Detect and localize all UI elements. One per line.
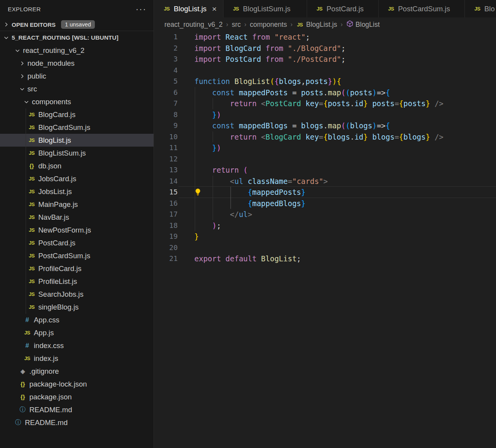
line-number-9[interactable]: 9 — [154, 120, 178, 131]
tab-postcardsum-js[interactable]: JSPostCardSum.js — [379, 0, 465, 18]
line-number-3[interactable]: 3 — [154, 54, 178, 65]
file-item-postcard-js[interactable]: JSPostCard.js — [0, 236, 154, 249]
code-line-3[interactable]: import PostCard from "./PostCard"; — [194, 54, 496, 65]
line-number-11[interactable]: 11 — [154, 142, 178, 154]
code-line-11[interactable]: }) — [194, 142, 496, 154]
folder-item-node-modules[interactable]: node_modules — [0, 57, 154, 70]
line-number-17[interactable]: 17 — [154, 209, 178, 220]
line-number-12[interactable]: 12 — [154, 154, 178, 165]
open-editors-section[interactable]: OPEN EDITORS 1 unsaved — [0, 18, 154, 31]
line-number-18[interactable]: 18 — [154, 220, 178, 231]
line-number-15[interactable]: 15 — [154, 187, 178, 198]
item-label: BlogListSum.js — [38, 149, 86, 158]
folder-item-public[interactable]: public — [0, 70, 154, 82]
line-number-6[interactable]: 6 — [154, 87, 178, 98]
folder-item-src[interactable]: src — [0, 82, 154, 95]
code-line-15[interactable]: {mappedPosts} — [194, 187, 496, 198]
code-line-6[interactable]: const mappedPosts = posts.map((posts)=>{ — [194, 87, 496, 98]
line-number-10[interactable]: 10 — [154, 131, 178, 143]
code-line-4[interactable] — [194, 65, 496, 76]
tab-blo[interactable]: JSBlo — [465, 0, 496, 18]
folder-item-components[interactable]: components — [0, 95, 154, 108]
chevron-down-icon[interactable] — [23, 99, 30, 105]
file-item-blogcard-js[interactable]: JSBlogCard.js — [0, 108, 154, 121]
line-number-5[interactable]: 5 — [154, 76, 178, 87]
file-item-postcardsum-js[interactable]: JSPostCardSum.js — [0, 249, 154, 262]
tab-postcard-js[interactable]: JSPostCard.js — [307, 0, 379, 18]
tab-bloglist-js[interactable]: JSBlogList.js× — [154, 0, 224, 18]
chevron-down-icon[interactable] — [19, 86, 25, 92]
breadcrumb-item-bloglist[interactable]: BlogList — [346, 20, 380, 29]
line-number-2[interactable]: 2 — [154, 43, 178, 54]
line-number-8[interactable]: 8 — [154, 109, 178, 121]
code-line-5[interactable]: function BlogList({blogs,posts}){ — [194, 76, 496, 87]
chevron-down-icon[interactable] — [14, 47, 21, 54]
code-line-12[interactable] — [194, 154, 496, 165]
code-editor[interactable]: 123456789101112131415161718192021 import… — [154, 32, 496, 448]
file-item-profilelist-js[interactable]: JSProfileList.js — [0, 275, 154, 288]
file-item-jobscard-js[interactable]: JSJobsCard.js — [0, 172, 154, 185]
file-item-searchjobs-js[interactable]: JSSearchJobs.js — [0, 288, 154, 301]
code-line-9[interactable]: const mappedBlogs = blogs.map((blogs)=>{ — [194, 120, 496, 131]
chevron-right-icon[interactable] — [19, 73, 25, 79]
tab-bloglistsum-js[interactable]: JSBlogListSum.js — [224, 0, 307, 18]
tab-bar: JSBlogList.js×JSBlogListSum.jsJSPostCard… — [154, 0, 496, 18]
code-line-2[interactable]: import BlogCard from "./BlogCard"; — [194, 43, 496, 54]
code-line-8[interactable]: }) — [194, 109, 496, 121]
breadcrumb-item-react-routing-v6-2[interactable]: react_routing_v6_2 — [164, 21, 223, 29]
item-label: components — [32, 98, 71, 106]
line-number-1[interactable]: 1 — [154, 32, 178, 43]
file-item-readme-md[interactable]: ⓘREADME.md — [0, 416, 154, 429]
close-icon[interactable]: × — [212, 5, 217, 13]
code-line-19[interactable]: } — [194, 231, 496, 242]
item-label: NavBar.js — [38, 213, 69, 222]
line-number-4[interactable]: 4 — [154, 65, 178, 76]
code-line-7[interactable]: return <PostCard key={posts.id} posts={p… — [194, 98, 496, 109]
item-label: App.css — [34, 316, 59, 324]
line-number-21[interactable]: 21 — [154, 253, 178, 264]
file-item-package-lock-json[interactable]: {}package-lock.json — [0, 378, 154, 390]
file-item-readme-md[interactable]: ⓘREADME.md — [0, 403, 154, 416]
code-line-18[interactable]: ); — [194, 220, 496, 231]
file-item-newpostform-js[interactable]: JSNewPostForm.js — [0, 224, 154, 236]
file-item-app-css[interactable]: #App.css — [0, 313, 154, 326]
folder-item-react-routing-v6-2[interactable]: react_routing_v6_2 — [0, 44, 154, 57]
workspace-root-section[interactable]: 5_REACT_ROUTING [WSL: UBUNTU] — [0, 31, 154, 44]
line-number-13[interactable]: 13 — [154, 164, 178, 176]
file-item-navbar-js[interactable]: JSNavBar.js — [0, 211, 154, 224]
chevron-right-icon[interactable] — [19, 60, 25, 66]
code-line-21[interactable]: export default BlogList; — [194, 253, 496, 264]
breadcrumb-item-components[interactable]: components — [250, 21, 287, 29]
file-item-index-css[interactable]: #index.css — [0, 339, 154, 352]
line-number-14[interactable]: 14 — [154, 176, 178, 187]
code-line-16[interactable]: {mappedBlogs} — [194, 198, 496, 209]
lightbulb-icon[interactable] — [194, 188, 202, 196]
breadcrumb-item-src[interactable]: src — [232, 21, 241, 29]
file-item-index-js[interactable]: JSindex.js — [0, 352, 154, 365]
editor-gutter: 123456789101112131415161718192021 — [154, 32, 178, 264]
code-line-17[interactable]: </ul> — [194, 209, 496, 220]
file-item-app-js[interactable]: JSApp.js — [0, 326, 154, 339]
code-line-14[interactable]: <ul className="cards"> — [194, 176, 496, 187]
file-item-bloglistsum-js[interactable]: JSBlogListSum.js — [0, 147, 154, 159]
file-item-profilecard-js[interactable]: JSProfileCard.js — [0, 262, 154, 275]
breadcrumb-separator: › — [226, 21, 228, 28]
code-line-20[interactable] — [194, 242, 496, 254]
line-number-20[interactable]: 20 — [154, 242, 178, 254]
line-number-16[interactable]: 16 — [154, 198, 178, 209]
file-item-mainpage-js[interactable]: JSMainPage.js — [0, 198, 154, 211]
line-number-7[interactable]: 7 — [154, 98, 178, 109]
line-number-19[interactable]: 19 — [154, 231, 178, 242]
file-item-bloglist-js[interactable]: JSBlogList.js — [0, 134, 154, 147]
breadcrumb-item-bloglist-js[interactable]: JSBlogList.js — [296, 21, 337, 29]
file-item-db-json[interactable]: {}db.json — [0, 159, 154, 172]
code-line-13[interactable]: return ( — [194, 164, 496, 176]
code-line-10[interactable]: return <BlogCard key={blogs.id} blogs={b… — [194, 131, 496, 143]
code-line-1[interactable]: import React from "react"; — [194, 32, 496, 43]
file-item-package-json[interactable]: {}package.json — [0, 390, 154, 403]
file-item-singleblog-js[interactable]: JSsingleBlog.js — [0, 301, 154, 313]
file-item-jobslist-js[interactable]: JSJobsList.js — [0, 185, 154, 198]
file-item-gitignore[interactable]: ◈.gitignore — [0, 365, 154, 378]
file-item-blogcardsum-js[interactable]: JSBlogCardSum.js — [0, 121, 154, 134]
explorer-more-actions-icon[interactable]: ··· — [136, 7, 147, 11]
